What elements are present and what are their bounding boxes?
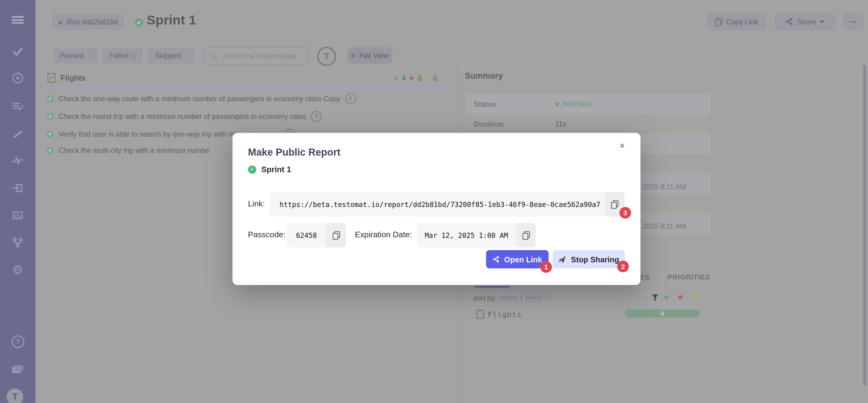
suite-name: Flights: [60, 73, 86, 82]
modal-run-name-row: ✓ Sprint 1: [248, 165, 291, 174]
summary-date-value: 2025 8:11 AM: [642, 183, 686, 191]
link-label: Link:: [248, 199, 265, 208]
stop-sharing-icon: [558, 255, 566, 263]
expiration-value[interactable]: Mar 12, 2025 1:00 AM: [417, 231, 516, 240]
test-title: Check the multi-city trip with a minimum…: [59, 146, 210, 154]
run-passed-check-icon: ✓: [248, 165, 256, 174]
skipped-filter-dot-icon[interactable]: [692, 295, 697, 299]
failed-filter-dot-icon[interactable]: [678, 295, 682, 299]
skipped-count: 0: [184, 51, 188, 60]
summary-row-status: Status PASSED: [467, 94, 711, 114]
summary-row-duration: Duration 11s: [467, 114, 711, 134]
report-chart-icon[interactable]: [0, 208, 35, 223]
make-public-report-modal: × Make Public Report ✓ Sprint 1 Link: ht…: [232, 133, 641, 285]
search-input[interactable]: [222, 51, 302, 60]
runs-play-icon[interactable]: [0, 70, 35, 86]
copy-icon: [611, 200, 618, 208]
suite-file-icon: [476, 310, 484, 319]
ellipsis-icon: •••: [850, 19, 857, 25]
open-link-button[interactable]: Open Link: [486, 250, 549, 269]
back-to-run-button[interactable]: « Run #dd2b81bd: [52, 14, 124, 30]
tour-badge-1: 1: [540, 261, 552, 273]
sort-by-failed-link[interactable]: failed: [525, 293, 542, 302]
tab-priorities[interactable]: PRIORITIES: [668, 273, 710, 281]
modal-title: Make Public Report: [248, 147, 340, 158]
app-window: ⚙ ? T « Run #dd2b81bd ✓ Sprint 1 Copy Li…: [0, 0, 868, 403]
expiration-field[interactable]: Mar 12, 2025 1:00 AM: [417, 223, 536, 247]
tour-badge-3: 3: [619, 207, 631, 219]
status-badge: PASSED: [555, 100, 591, 108]
expiration-label: Expiration Date:: [355, 230, 412, 239]
stop-sharing-button[interactable]: Stop Sharing: [552, 250, 625, 269]
close-icon[interactable]: ×: [619, 141, 625, 151]
help-icon[interactable]: ?: [0, 334, 35, 349]
copy-icon: [522, 231, 530, 240]
test-passed-icon: ✓: [46, 113, 54, 120]
filter-passed-chip[interactable]: Passed 4: [53, 48, 98, 64]
passcode-field[interactable]: 62458: [287, 223, 346, 247]
filter-failed-chip[interactable]: Failed 0: [102, 48, 143, 64]
suite-file-icon: ✓: [48, 73, 55, 83]
failed-count: 0: [132, 51, 136, 60]
settings-gear-icon[interactable]: ⚙: [0, 262, 35, 278]
projects-folders-icon[interactable]: [0, 362, 35, 377]
suite-passed-bar[interactable]: 4: [625, 309, 700, 318]
suite-progress-underline: [46, 87, 448, 88]
tests-check-icon[interactable]: [0, 44, 35, 59]
left-sidebar: ⚙ ? T: [0, 0, 35, 403]
share-button[interactable]: Share: [774, 13, 835, 31]
chevrons-left-icon: «: [58, 17, 63, 27]
failed-dot-icon: [410, 76, 414, 81]
test-passed-icon: ✓: [46, 130, 54, 138]
suite-stat-name[interactable]: Flights: [488, 310, 522, 319]
report-link-url[interactable]: https://beta.testomat.io/report/dd2b81bd…: [270, 200, 600, 208]
copy-passcode-button[interactable]: [326, 223, 346, 247]
funnel-filter-icon[interactable]: [652, 294, 658, 301]
sort-ascending-icon[interactable]: ↑: [545, 294, 553, 302]
flat-view-button[interactable]: ≡ Flat View: [347, 47, 393, 64]
copy-expiration-button[interactable]: [516, 223, 536, 247]
steps-icon[interactable]: [0, 126, 35, 141]
test-title: Check the round trip with a minimum numb…: [59, 112, 306, 121]
search-box: [204, 47, 308, 65]
test-title: Check the one-way route with a minimum n…: [59, 95, 340, 103]
passed-dot-icon: [394, 76, 398, 81]
test-row[interactable]: ✓ Check the one-way route with a minimum…: [46, 94, 456, 104]
more-actions-button[interactable]: •••: [843, 13, 864, 31]
share-icon: [492, 256, 500, 263]
passcode-value[interactable]: 62458: [287, 231, 326, 240]
search-icon: [210, 52, 218, 60]
test-report-link-icon[interactable]: T: [345, 94, 356, 104]
test-row[interactable]: ✓ Check the round trip with a minimum nu…: [46, 111, 456, 122]
chevron-down-icon: [820, 20, 824, 23]
passcode-label: Passcode:: [248, 230, 286, 239]
analytics-pulse-icon[interactable]: [0, 153, 35, 168]
test-report-link-icon[interactable]: T: [311, 111, 322, 122]
testomat-filter-toggle-icon[interactable]: T: [317, 47, 336, 66]
plans-list-check-icon[interactable]: [0, 98, 35, 114]
copy-icon: [333, 231, 340, 240]
testomat-logo-icon[interactable]: T: [7, 389, 23, 403]
branch-icon[interactable]: [0, 235, 35, 250]
test-passed-icon: ✓: [46, 147, 54, 154]
import-icon[interactable]: [0, 180, 35, 196]
share-icon: [785, 18, 793, 25]
suite-counts: 4 0 0: [394, 74, 437, 83]
filter-skipped-chip[interactable]: Skipped 0: [148, 48, 195, 64]
vertical-scrollbar[interactable]: [863, 65, 866, 386]
report-link-field[interactable]: https://beta.testomat.io/report/dd2b81bd…: [270, 192, 624, 216]
hamburger-lines: [11, 16, 24, 24]
suite-header-flights[interactable]: ✓ Flights: [48, 73, 86, 83]
run-passed-check-icon: ✓: [134, 18, 144, 27]
sort-controls: sort by: name / failed ↑: [473, 293, 553, 302]
test-passed-icon: ✓: [46, 95, 54, 102]
passed-count: 4: [87, 51, 91, 60]
tab-suites-partial[interactable]: ES: [640, 273, 650, 281]
sort-by-name-link[interactable]: name: [500, 293, 518, 302]
menu-icon[interactable]: [0, 12, 35, 28]
passed-filter-dot-icon[interactable]: [664, 295, 669, 299]
page-title: Sprint 1: [147, 12, 196, 28]
skipped-dot-icon: [426, 76, 429, 81]
list-view-icon: ≡: [351, 51, 355, 60]
summary-date-value: 2025 8:11 AM: [642, 222, 686, 230]
